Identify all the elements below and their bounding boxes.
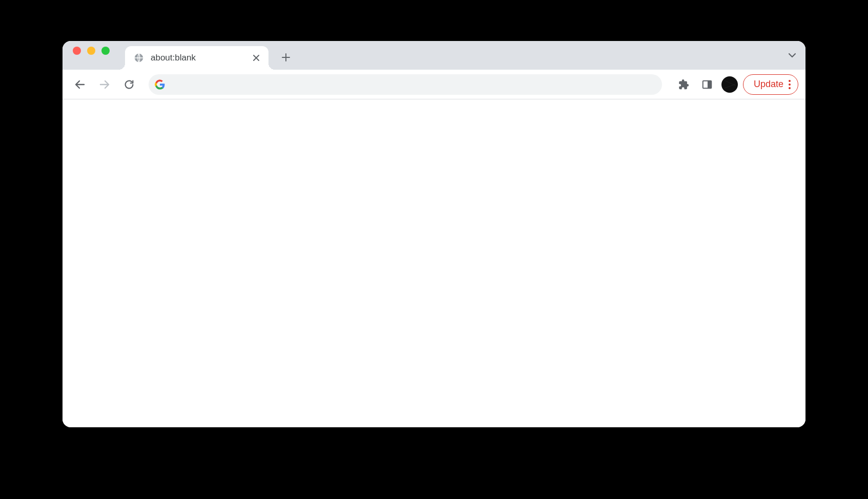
svg-rect-2 [708,80,711,88]
update-button[interactable]: Update [743,74,798,95]
tab-title: about:blank [151,53,245,63]
browser-window: about:blank [63,41,805,427]
back-button[interactable] [70,74,90,95]
address-bar[interactable] [149,74,662,95]
forward-button[interactable] [94,74,115,95]
tab-active[interactable]: about:blank [125,46,268,70]
puzzle-icon [678,79,689,90]
plus-icon [281,52,291,63]
more-vert-icon [789,80,791,89]
tab-search-button[interactable] [787,41,797,70]
profile-avatar-button[interactable] [721,76,738,93]
close-icon [253,54,260,61]
page-content-blank [63,99,805,427]
side-panel-icon [701,79,713,90]
globe-icon [133,52,144,64]
window-zoom-button[interactable] [101,47,110,55]
window-minimize-button[interactable] [87,47,95,55]
new-tab-button[interactable] [276,47,296,68]
side-panel-button[interactable] [698,75,716,94]
window-controls [72,41,125,70]
chevron-down-icon [787,50,797,60]
toolbar: Update [63,70,805,99]
update-label: Update [754,79,783,90]
extensions-button[interactable] [674,75,693,94]
toolbar-actions: Update [671,74,798,95]
arrow-left-icon [74,78,86,91]
reload-button[interactable] [119,74,139,95]
window-close-button[interactable] [73,47,81,55]
tab-close-button[interactable] [251,53,261,63]
reload-icon [123,79,135,90]
google-g-icon [155,79,165,90]
address-input[interactable] [165,80,657,89]
arrow-right-icon [98,78,111,91]
tab-strip: about:blank [63,41,805,70]
